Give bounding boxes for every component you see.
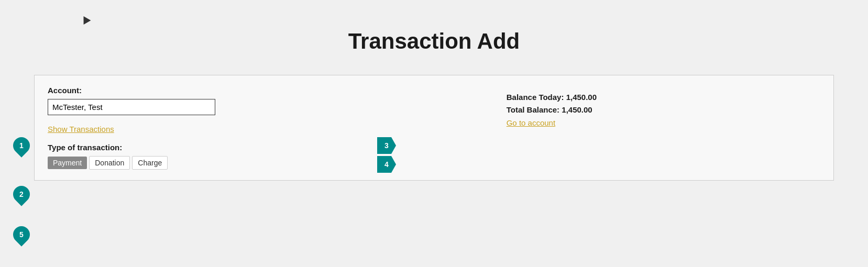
go-to-account-link[interactable]: Go to account bbox=[507, 118, 555, 127]
badge-5-label: 5 bbox=[19, 230, 24, 239]
form-left: Account: Show Transactions Type of trans… bbox=[48, 86, 473, 170]
balance-today-value: 1,450.00 bbox=[566, 93, 597, 102]
transaction-type-buttons: Payment Donation Charge bbox=[48, 156, 473, 170]
charge-button[interactable]: Charge bbox=[132, 156, 168, 170]
total-balance-value: 1,450.00 bbox=[562, 105, 592, 114]
badge-2-label: 2 bbox=[19, 190, 24, 198]
form-container: Account: Show Transactions Type of trans… bbox=[34, 75, 834, 181]
payment-button[interactable]: Payment bbox=[48, 157, 87, 169]
badge-3-label: 3 bbox=[384, 141, 389, 150]
balance-today-row: Balance Today: 1,450.00 bbox=[507, 91, 784, 104]
type-of-transaction-label: Type of transaction: bbox=[48, 143, 473, 152]
badge-4-label: 4 bbox=[384, 160, 389, 169]
form-right: Balance Today: 1,450.00 Total Balance: 1… bbox=[475, 86, 784, 128]
donation-button[interactable]: Donation bbox=[89, 156, 130, 170]
show-transactions-link[interactable]: Show Transactions bbox=[48, 125, 114, 134]
badge-1-label: 1 bbox=[19, 141, 24, 150]
account-label: Account: bbox=[48, 86, 473, 95]
page-title: Transaction Add bbox=[0, 29, 868, 54]
page-title-section: Transaction Add bbox=[0, 0, 868, 75]
step-badge-5: 5 bbox=[9, 222, 33, 246]
total-balance-row: Total Balance: 1,450.00 bbox=[507, 104, 784, 116]
account-input[interactable] bbox=[48, 99, 215, 115]
balance-today-label: Balance Today: bbox=[507, 93, 564, 102]
step-badge-1: 1 bbox=[9, 134, 33, 157]
total-balance-label: Total Balance: bbox=[507, 105, 559, 114]
step-badge-2: 2 bbox=[9, 182, 33, 206]
